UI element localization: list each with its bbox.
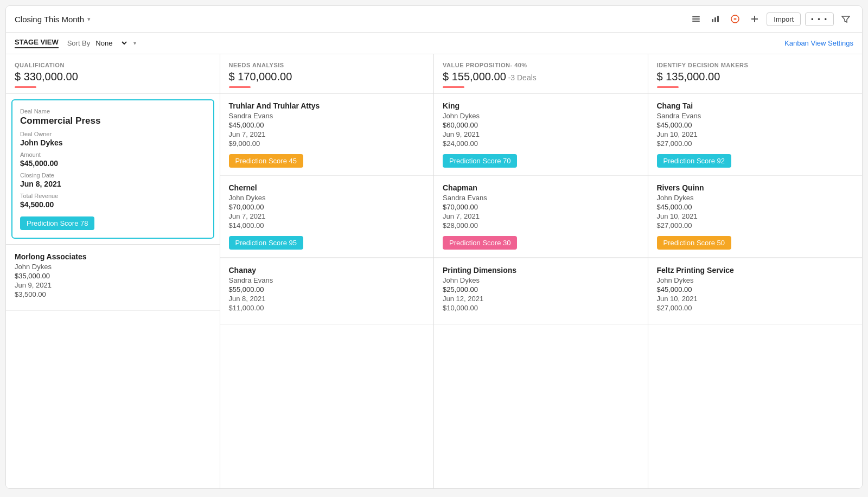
ai-icon <box>730 14 740 24</box>
deal-revenue-label-commercial-press: Total Revenue <box>20 193 206 199</box>
list-icon <box>692 15 700 23</box>
header-left: Closing This Month ▾ <box>15 15 91 24</box>
sort-chevron-icon: ▾ <box>133 40 136 46</box>
import-button[interactable]: Import <box>767 12 801 26</box>
deal-card-morlong-associates[interactable]: Morlong Associates John Dykes $35,000.00… <box>6 245 220 311</box>
svg-rect-0 <box>692 16 700 17</box>
deal-revenue-chanay: $11,000.00 <box>229 304 425 312</box>
deals-list-needs-analysis: Truhlar And Truhlar Attys Sandra Evans $… <box>220 94 434 324</box>
deal-amount-chanay: $55,000.00 <box>229 285 425 294</box>
app-container: Closing This Month ▾ <box>5 5 863 489</box>
col-header-needs-analysis: NEEDS ANALYSIS $ 170,000.00 <box>220 54 434 94</box>
page-title: Closing This Month <box>15 15 84 24</box>
deal-amount-chang-tai: $45,000.00 <box>657 121 854 129</box>
deal-amount-value-commercial-press: $45,000.00 <box>20 159 206 168</box>
more-options-button[interactable]: • • • <box>805 12 834 26</box>
filter-sort-button[interactable] <box>838 11 853 27</box>
deals-list-qualification: Deal Name Commercial Press Deal Owner Jo… <box>6 99 220 311</box>
bar-chart-icon <box>711 15 720 23</box>
deal-owner-chernel: John Dykes <box>229 194 425 202</box>
chart-view-button[interactable] <box>708 11 723 27</box>
deal-name-feltz-printing: Feltz Printing Service <box>657 266 854 275</box>
prediction-badge-chernel: Prediction Score 95 <box>229 236 303 250</box>
col-bar-needs-analysis <box>229 86 251 88</box>
funnel-icon <box>841 15 850 23</box>
deal-date-label-commercial-press: Closing Date <box>20 172 206 179</box>
deal-revenue-truhlar-and-truhlar: $9,000.00 <box>229 139 425 148</box>
deal-amount-chapman: $70,000.00 <box>443 203 639 211</box>
col-header-value-proposition: VALUE PROPOSITION- 40% $ 155,000.00 -3 D… <box>434 54 648 94</box>
deal-card-chanay[interactable]: Chanay Sandra Evans $55,000.00 Jun 8, 20… <box>220 258 434 324</box>
deal-card-rivers-quinn[interactable]: Rivers Quinn John Dykes $45,000.00 Jun 1… <box>648 176 863 258</box>
kanban-board: QUALIFICATION $ 330,000.00 Deal Name Com… <box>6 54 862 488</box>
deal-card-feltz-printing[interactable]: Feltz Printing Service John Dykes $45,00… <box>648 258 863 324</box>
prediction-badge-king: Prediction Score 70 <box>443 154 517 168</box>
header: Closing This Month ▾ <box>6 6 862 33</box>
deal-name-truhlar-and-truhlar: Truhlar And Truhlar Attys <box>229 101 425 110</box>
deal-amount-chernel: $70,000.00 <box>229 203 425 211</box>
deal-card-printing-dimensions[interactable]: Printing Dimensions John Dykes $25,000.0… <box>434 258 648 324</box>
col-stage-identify-decision-makers: IDENTIFY DECISION MAKERS <box>657 62 854 68</box>
col-amount-needs-analysis: $ 170,000.00 <box>229 71 425 83</box>
kanban-col-identify-decision-makers: IDENTIFY DECISION MAKERS $ 135,000.00 Ch… <box>648 54 863 488</box>
col-bar-value-proposition <box>443 86 464 88</box>
plus-icon <box>750 15 759 23</box>
deal-card-truhlar-and-truhlar[interactable]: Truhlar And Truhlar Attys Sandra Evans $… <box>220 94 434 176</box>
deal-owner-label-commercial-press: Deal Owner <box>20 131 206 137</box>
add-button[interactable] <box>747 11 762 27</box>
kanban-settings-link[interactable]: Kanban View Settings <box>784 39 853 47</box>
deal-revenue-chang-tai: $27,000.00 <box>657 139 854 148</box>
sort-by-label: Sort By <box>67 39 91 47</box>
deal-amount-rivers-quinn: $45,000.00 <box>657 203 854 211</box>
col-bar-identify-decision-makers <box>657 86 679 88</box>
col-stage-qualification: QUALIFICATION <box>15 62 211 68</box>
deal-name-chang-tai: Chang Tai <box>657 101 854 110</box>
deal-revenue-printing-dimensions: $10,000.00 <box>443 304 639 312</box>
deal-date-value-commercial-press: Jun 8, 2021 <box>20 180 206 188</box>
deal-revenue-value-commercial-press: $4,500.00 <box>20 200 206 209</box>
deal-date-feltz-printing: Jun 10, 2021 <box>657 295 854 303</box>
toolbar: STAGE VIEW Sort By None Name Amount Date… <box>6 33 862 54</box>
deal-card-chernel[interactable]: Chernel John Dykes $70,000.00 Jun 7, 202… <box>220 176 434 258</box>
deal-card-chapman[interactable]: Chapman Sandra Evans $70,000.00 Jun 7, 2… <box>434 176 648 258</box>
col-amount-value-proposition: $ 155,000.00 -3 Deals <box>443 71 639 83</box>
prediction-badge-chapman: Prediction Score 30 <box>443 236 517 250</box>
svg-rect-3 <box>712 19 713 22</box>
svg-rect-4 <box>714 17 716 22</box>
title-chevron-icon: ▾ <box>87 16 91 23</box>
deal-owner-printing-dimensions: John Dykes <box>443 276 639 284</box>
deal-date-chang-tai: Jun 10, 2021 <box>657 130 854 138</box>
svg-rect-1 <box>692 18 700 20</box>
deal-name-printing-dimensions: Printing Dimensions <box>443 266 639 275</box>
col-amount-identify-decision-makers: $ 135,000.00 <box>657 71 854 83</box>
deal-date-rivers-quinn: Jun 10, 2021 <box>657 212 854 220</box>
deal-owner-value-commercial-press: John Dykes <box>20 138 206 147</box>
sort-select[interactable]: None Name Amount Date <box>93 39 129 48</box>
deal-name-chanay: Chanay <box>229 266 425 275</box>
deal-date-chernel: Jun 7, 2021 <box>229 212 425 220</box>
deal-card-chang-tai[interactable]: Chang Tai Sandra Evans $45,000.00 Jun 10… <box>648 94 863 176</box>
list-view-button[interactable] <box>688 11 704 27</box>
deal-name-chapman: Chapman <box>443 183 639 192</box>
kanban-col-value-proposition: VALUE PROPOSITION- 40% $ 155,000.00 -3 D… <box>434 54 648 488</box>
svg-rect-2 <box>692 21 700 22</box>
deals-list-value-proposition: King John Dykes $60,000.00 Jun 9, 2021 $… <box>434 94 648 324</box>
deal-date-chapman: Jun 7, 2021 <box>443 212 639 220</box>
col-header-identify-decision-makers: IDENTIFY DECISION MAKERS $ 135,000.00 <box>648 54 863 94</box>
deal-owner-morlong-associates: John Dykes <box>15 263 211 271</box>
deal-date-chanay: Jun 8, 2021 <box>229 295 425 303</box>
deal-name-king: King <box>443 101 639 110</box>
deal-amount-feltz-printing: $45,000.00 <box>657 285 854 294</box>
deal-name-rivers-quinn: Rivers Quinn <box>657 183 854 192</box>
sort-by-control: Sort By None Name Amount Date ▾ <box>67 39 137 48</box>
deal-owner-king: John Dykes <box>443 112 639 120</box>
deal-date-king: Jun 9, 2021 <box>443 130 639 138</box>
ai-button[interactable] <box>727 11 743 27</box>
deal-revenue-feltz-printing: $27,000.00 <box>657 304 854 312</box>
prediction-badge-truhlar-and-truhlar: Prediction Score 45 <box>229 154 303 168</box>
deal-card-commercial-press[interactable]: Deal Name Commercial Press Deal Owner Jo… <box>11 99 214 239</box>
deal-owner-chang-tai: Sandra Evans <box>657 112 854 120</box>
toolbar-left: STAGE VIEW Sort By None Name Amount Date… <box>15 38 136 48</box>
stage-view-label: STAGE VIEW <box>15 38 59 48</box>
deal-card-king[interactable]: King John Dykes $60,000.00 Jun 9, 2021 $… <box>434 94 648 176</box>
